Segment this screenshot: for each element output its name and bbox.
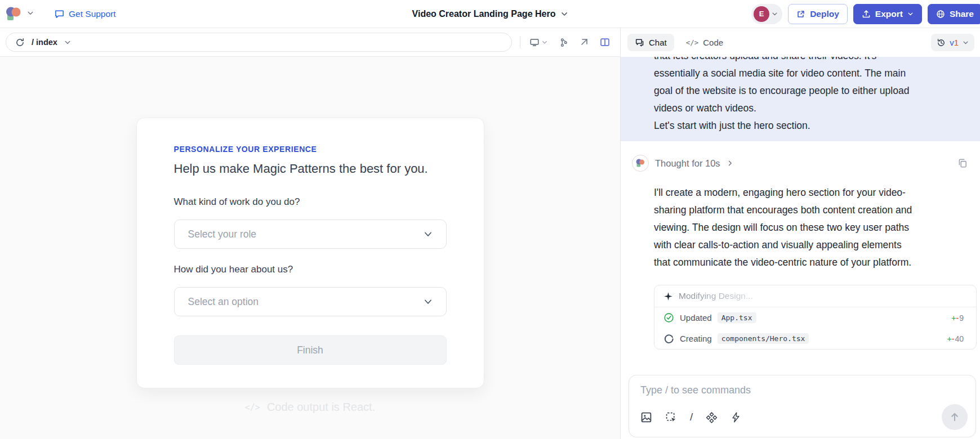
personalize-modal: PERSONALIZE YOUR EXPERIENCE Help us make…	[136, 118, 484, 388]
refresh-icon[interactable]	[15, 38, 25, 47]
modal-eyebrow: PERSONALIZE YOUR EXPERIENCE	[174, 145, 447, 154]
task-row-updated[interactable]: Updated App.tsx +-9	[654, 307, 976, 328]
preview-toolbar: / index	[0, 28, 620, 57]
diff-count: 9	[959, 313, 964, 322]
project-title: Video Creator Landing Page Hero	[412, 9, 556, 19]
export-button[interactable]: Export	[853, 4, 922, 24]
image-icon	[640, 411, 652, 423]
chevron-right-icon	[727, 160, 733, 167]
task-card-header: Modifying Design...	[654, 285, 976, 307]
versions-tree-icon	[559, 38, 568, 47]
assistant-message: I'll create a modern, engaging hero sect…	[654, 184, 966, 271]
diff-minus: -	[952, 334, 955, 343]
sparkle-icon	[663, 292, 673, 301]
share-label: Share	[950, 9, 974, 19]
slash-command-button[interactable]: /	[690, 411, 693, 423]
version-label-number: 1	[954, 38, 959, 47]
chat-message-list: that lets creators upload and share thei…	[621, 57, 980, 375]
code-output-note: </> Code output is React.	[245, 401, 375, 414]
top-bar: Get Support Video Creator Landing Page H…	[0, 0, 980, 28]
thought-label: Thought for 10s	[655, 158, 720, 169]
topbar-right-group: E Deploy Export	[751, 4, 980, 24]
route-path: / index	[32, 38, 57, 47]
device-size-button[interactable]	[528, 36, 549, 48]
deploy-button[interactable]: Deploy	[788, 4, 848, 24]
task-progress-card: Modifying Design... Updated App.tsx +-9	[654, 285, 977, 350]
diff-stats: +-40	[947, 334, 964, 343]
split-panel-icon	[600, 37, 610, 47]
role-select[interactable]: Select your role	[174, 220, 447, 249]
chevron-down-icon	[424, 297, 433, 306]
role-select-value: Select your role	[188, 229, 424, 240]
preview-tools	[528, 36, 613, 48]
code-output-label: Code output is React.	[267, 401, 375, 414]
task-status-label: Modifying Design...	[679, 291, 753, 301]
workspace-menu-button[interactable]	[26, 8, 35, 19]
tab-code[interactable]: </> Code	[679, 34, 730, 51]
chevron-down-icon	[772, 11, 778, 17]
task-action: Updated	[680, 313, 712, 322]
source-select-value: Select an option	[188, 296, 424, 308]
component-tree-button[interactable]	[558, 37, 569, 48]
tab-chat[interactable]: Chat	[627, 34, 674, 51]
monitor-icon	[529, 37, 540, 47]
finish-button[interactable]: Finish	[174, 335, 447, 365]
attach-image-button[interactable]	[640, 411, 652, 423]
code-icon: </>	[245, 402, 260, 413]
route-selector[interactable]: / index	[6, 33, 512, 52]
send-button[interactable]	[942, 404, 968, 430]
history-icon	[937, 38, 946, 47]
components-icon	[706, 411, 718, 423]
deploy-label: Deploy	[810, 9, 839, 19]
select-element-button[interactable]	[665, 411, 677, 423]
copy-message-button[interactable]	[956, 157, 969, 169]
version-selector[interactable]: v1	[931, 34, 974, 51]
magic-patterns-app: Get Support Video Creator Landing Page H…	[0, 0, 980, 439]
diff-count: 40	[955, 334, 964, 343]
chevron-down-icon	[542, 39, 547, 45]
chat-input[interactable]	[640, 384, 964, 405]
account-menu-button[interactable]: E	[751, 4, 782, 24]
source-select[interactable]: Select an option	[174, 287, 447, 316]
spinner-icon	[663, 333, 674, 344]
components-button[interactable]	[706, 411, 718, 423]
user-message: that lets creators upload and share thei…	[621, 57, 980, 141]
diff-minus: -	[956, 313, 959, 322]
preview-pane: / index	[0, 28, 621, 439]
chat-bubbles-icon	[635, 38, 644, 47]
role-question-label: What kind of work do you do?	[174, 196, 447, 208]
chat-input-toolbar: /	[640, 404, 968, 430]
select-cursor-icon	[665, 411, 677, 423]
deploy-icon	[796, 10, 805, 19]
thought-row[interactable]: Thought for 10s	[632, 155, 969, 172]
get-support-label: Get Support	[69, 9, 116, 19]
open-in-new-tab-button[interactable]	[578, 37, 590, 48]
toolbar-divider	[520, 36, 520, 48]
share-button[interactable]: Share	[928, 4, 980, 24]
get-support-button[interactable]: Get Support	[54, 8, 116, 19]
source-question-label: How did you hear about us?	[174, 264, 447, 275]
diff-plus: +	[947, 334, 952, 343]
export-label: Export	[875, 9, 903, 19]
chevron-down-icon	[560, 10, 568, 17]
file-chip[interactable]: components/Hero.tsx	[718, 333, 809, 344]
chevron-down-icon	[963, 39, 969, 46]
tab-code-label: Code	[703, 38, 723, 47]
globe-icon	[936, 10, 945, 19]
chevron-down-icon	[424, 230, 433, 239]
check-circle-icon	[663, 312, 674, 323]
project-title-dropdown[interactable]: Video Creator Landing Page Hero	[412, 9, 568, 19]
chat-input-box: /	[629, 375, 976, 437]
arrow-up-right-icon	[580, 38, 589, 47]
file-chip[interactable]: App.tsx	[718, 312, 756, 323]
chevron-down-icon	[907, 11, 914, 17]
chat-toolbar: Chat </> Code v1	[621, 28, 980, 57]
chat-pane: Chat </> Code v1 that lets creat	[621, 28, 980, 439]
code-icon: </>	[686, 38, 699, 47]
diff-stats: +-9	[951, 313, 964, 322]
split-view-button[interactable]	[599, 36, 611, 48]
modal-heading: Help us make Magic Patterns the best for…	[174, 162, 447, 176]
quick-actions-button[interactable]	[730, 412, 741, 423]
lightning-icon	[730, 412, 741, 423]
task-row-creating[interactable]: Creating components/Hero.tsx +-40	[654, 328, 976, 349]
